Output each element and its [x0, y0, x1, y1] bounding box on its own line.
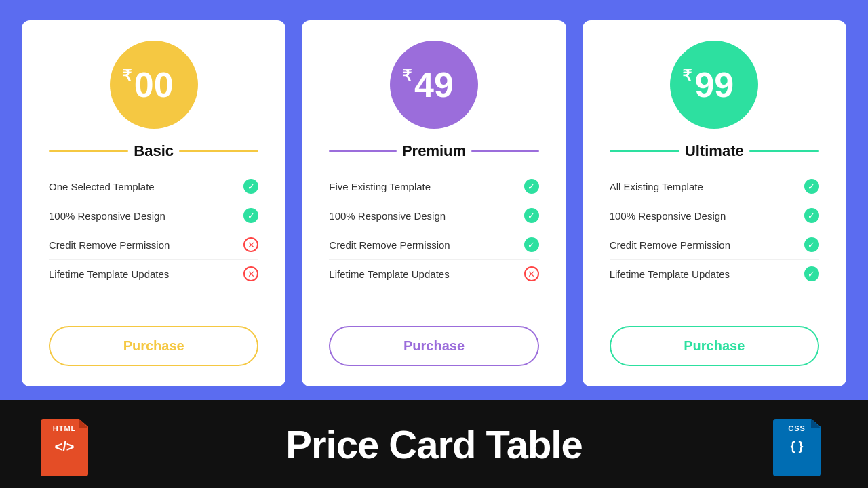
price-text-ultimate: ₹99: [694, 67, 734, 102]
list-item: All Existing Template✓: [610, 172, 819, 201]
list-item: 100% Responsive Design✓: [329, 201, 538, 230]
css-label: CSS: [776, 424, 818, 432]
feature-label: Five Existing Template: [329, 181, 431, 192]
price-circle-ultimate: ₹99: [670, 41, 758, 129]
list-item: Credit Remove Permission✕: [49, 230, 258, 260]
plan-name-ultimate: Ultimate: [685, 142, 744, 160]
price-circle-basic: ₹00: [110, 41, 198, 129]
feature-label: 100% Responsive Design: [329, 210, 446, 222]
features-list-ultimate: All Existing Template✓100% Responsive De…: [610, 172, 819, 288]
plan-name-row-basic: Basic: [49, 142, 258, 160]
divider-left-premium: [329, 150, 397, 152]
list-item: Credit Remove Permission✓: [329, 230, 538, 260]
divider-right-ultimate: [749, 150, 819, 152]
check-icon: ✓: [524, 208, 539, 223]
feature-label: Credit Remove Permission: [49, 239, 170, 251]
check-icon: ✓: [524, 179, 539, 194]
feature-label: All Existing Template: [610, 181, 703, 192]
cards-section: ₹00BasicOne Selected Template✓100% Respo…: [0, 0, 868, 400]
card-premium: ₹49PremiumFive Existing Template✓100% Re…: [302, 20, 566, 386]
list-item: Credit Remove Permission✓: [610, 230, 819, 260]
price-text-premium: ₹49: [414, 67, 454, 102]
divider-right-premium: [471, 150, 539, 152]
price-text-basic: ₹00: [134, 67, 174, 102]
feature-label: One Selected Template: [49, 181, 155, 192]
css-icon: CSS { }: [773, 412, 827, 476]
check-icon: ✓: [804, 266, 819, 281]
list-item: Lifetime Template Updates✕: [329, 260, 538, 288]
divider-left-basic: [49, 150, 128, 152]
list-item: Five Existing Template✓: [329, 172, 538, 201]
html-icon: HTML </>: [41, 412, 95, 476]
plan-name-row-ultimate: Ultimate: [610, 142, 819, 160]
cross-icon: ✕: [243, 266, 258, 281]
plan-name-premium: Premium: [402, 142, 466, 160]
list-item: Lifetime Template Updates✓: [610, 260, 819, 288]
feature-label: Lifetime Template Updates: [329, 268, 449, 280]
check-icon: ✓: [804, 179, 819, 194]
list-item: 100% Responsive Design✓: [610, 201, 819, 230]
check-icon: ✓: [243, 179, 258, 194]
html-label: HTML: [43, 424, 85, 432]
list-item: Lifetime Template Updates✕: [49, 260, 258, 288]
feature-label: Credit Remove Permission: [329, 239, 450, 251]
check-icon: ✓: [243, 208, 258, 223]
purchase-button-basic[interactable]: Purchase: [49, 326, 258, 366]
features-list-premium: Five Existing Template✓100% Responsive D…: [329, 172, 538, 288]
purchase-button-premium[interactable]: Purchase: [329, 326, 538, 366]
feature-label: Credit Remove Permission: [610, 239, 730, 251]
divider-left-ultimate: [610, 150, 679, 152]
features-list-basic: One Selected Template✓100% Responsive De…: [49, 172, 258, 288]
card-ultimate: ₹99UltimateAll Existing Template✓100% Re…: [583, 20, 846, 386]
cross-icon: ✕: [243, 237, 258, 252]
list-item: 100% Responsive Design✓: [49, 201, 258, 230]
cross-icon: ✕: [524, 266, 539, 281]
html-code: </>: [43, 439, 85, 455]
plan-name-row-premium: Premium: [329, 142, 538, 160]
price-circle-premium: ₹49: [390, 41, 478, 129]
list-item: One Selected Template✓: [49, 172, 258, 201]
purchase-button-ultimate[interactable]: Purchase: [610, 326, 819, 366]
plan-name-basic: Basic: [134, 142, 174, 160]
divider-right-basic: [179, 150, 258, 152]
css-code: { }: [776, 439, 818, 453]
check-icon: ✓: [804, 237, 819, 252]
feature-label: Lifetime Template Updates: [49, 268, 169, 280]
feature-label: Lifetime Template Updates: [610, 268, 730, 280]
feature-label: 100% Responsive Design: [610, 210, 726, 222]
check-icon: ✓: [524, 237, 539, 252]
feature-label: 100% Responsive Design: [49, 210, 165, 222]
bottom-banner: HTML </> Price Card Table CSS { }: [0, 400, 868, 488]
card-basic: ₹00BasicOne Selected Template✓100% Respo…: [22, 20, 285, 386]
check-icon: ✓: [804, 208, 819, 223]
banner-title: Price Card Table: [115, 422, 753, 467]
